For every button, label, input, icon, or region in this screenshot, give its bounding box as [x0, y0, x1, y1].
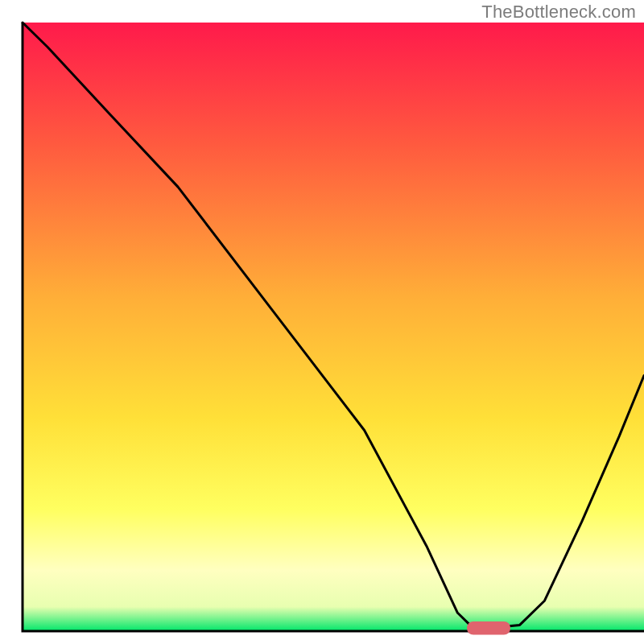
chart-container: TheBottleneck.com: [0, 0, 644, 644]
optimal-marker: [467, 621, 510, 635]
watermark-text: TheBottleneck.com: [481, 2, 636, 23]
bottleneck-chart: [0, 0, 644, 644]
plot-background: [23, 23, 644, 631]
